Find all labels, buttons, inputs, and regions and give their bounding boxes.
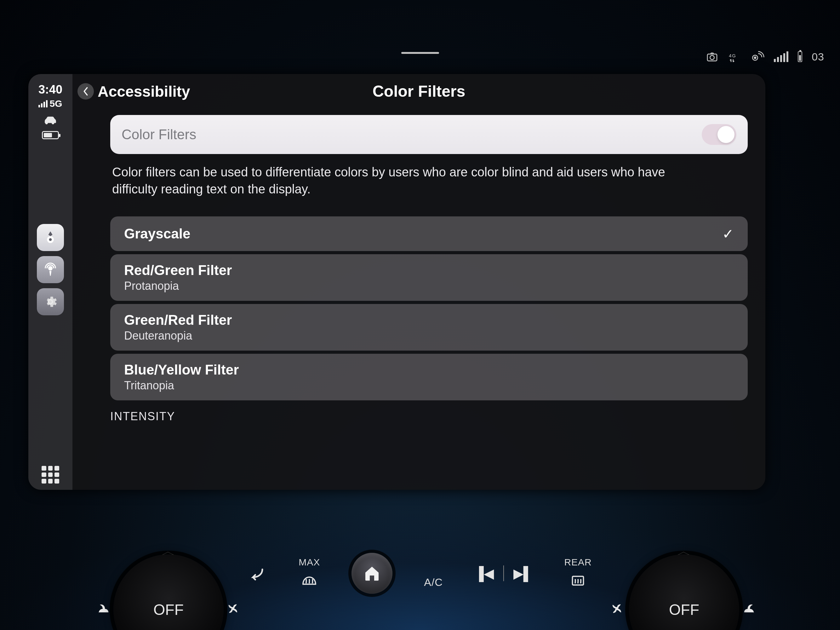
svg-point-6 (49, 238, 52, 241)
option-title: Grayscale (124, 226, 190, 242)
car-icon[interactable] (42, 114, 58, 127)
sidebar-network: 5G (38, 98, 62, 109)
phone-battery-icon (42, 131, 59, 139)
app-grid-button[interactable] (41, 466, 59, 483)
header: Accessibility Color Filters (73, 74, 765, 109)
sidebar-clock: 3:40 (38, 83, 62, 96)
app-settings[interactable] (37, 288, 64, 315)
screen: 4G 03 3:40 5G (0, 0, 840, 630)
svg-point-1 (710, 55, 714, 60)
pull-handle[interactable] (401, 52, 439, 54)
center-controls: MAX A/C ▐◀ ▶▌ REAR (248, 553, 592, 594)
option-blue-yellow[interactable]: Blue/Yellow Filter Tritanopia (110, 354, 748, 400)
4g-traffic-icon: 4G (728, 51, 741, 63)
option-title: Blue/Yellow Filter (124, 362, 239, 378)
section-intensity-label: INTENSITY (110, 410, 748, 423)
left-temp-dial[interactable]: ︿ OFF (114, 554, 224, 630)
vehicle-bottom-bar: ︿ OFF MAX A/C ▐◀ (0, 510, 840, 630)
app-maps[interactable] (37, 224, 64, 251)
ac-label: A/C (424, 576, 443, 589)
battery-icon (798, 51, 802, 62)
main-area: Accessibility Color Filters Color Filter… (73, 74, 765, 490)
fan-left-icon[interactable] (227, 602, 241, 617)
option-subtitle: Tritanopia (124, 379, 239, 392)
toggle-switch[interactable] (702, 124, 736, 145)
carplay-panel: 3:40 5G (28, 74, 765, 490)
seat-heat-right-icon[interactable] (743, 602, 757, 617)
switch-knob (717, 126, 734, 143)
left-dial-label: OFF (153, 601, 184, 618)
signal-icon (774, 51, 788, 62)
defrost-max-button[interactable]: MAX (298, 557, 320, 590)
back-label: Accessibility (98, 83, 190, 100)
color-filters-toggle-row[interactable]: Color Filters (110, 115, 748, 154)
vehicle-time: 03 (812, 51, 824, 63)
back-nav-button[interactable] (248, 564, 267, 583)
home-button[interactable] (352, 553, 392, 594)
checkmark-icon: ✓ (722, 226, 734, 242)
chevron-left-icon (77, 83, 94, 99)
rear-defrost-button[interactable]: REAR (564, 557, 592, 590)
option-title: Green/Red Filter (124, 312, 232, 328)
page-title: Color Filters (373, 82, 465, 101)
toggle-label: Color Filters (122, 126, 196, 142)
svg-text:4G: 4G (729, 53, 736, 58)
vehicle-status-bar: 4G 03 (706, 51, 824, 63)
fan-right-icon[interactable] (611, 602, 625, 617)
rear-label: REAR (564, 557, 592, 568)
option-red-green[interactable]: Red/Green Filter Protanopia (110, 254, 748, 301)
next-track-button[interactable]: ▶▌ (513, 566, 533, 581)
right-dial-label: OFF (669, 601, 699, 618)
content-scroll[interactable]: Color Filters Color filters can be used … (73, 109, 765, 490)
option-grayscale[interactable]: Grayscale ✓ (110, 216, 748, 251)
signal-bars-icon (38, 100, 47, 107)
app-podcasts[interactable] (37, 256, 64, 283)
ac-button[interactable]: A/C (424, 558, 443, 589)
back-button[interactable]: Accessibility (77, 83, 190, 100)
defrost-max-label: MAX (298, 557, 320, 568)
option-title: Red/Green Filter (124, 262, 232, 278)
option-green-red[interactable]: Green/Red Filter Deuteranopia (110, 304, 748, 351)
filter-option-list: Grayscale ✓ Red/Green Filter Protanopia … (110, 216, 748, 400)
camera-icon (706, 51, 718, 63)
svg-point-4 (754, 57, 756, 58)
separator (503, 565, 504, 581)
option-subtitle: Deuteranopia (124, 329, 232, 343)
svg-point-7 (49, 267, 52, 270)
seat-heat-left-icon[interactable] (96, 602, 110, 617)
right-temp-dial[interactable]: ︿ OFF (629, 554, 739, 630)
toggle-description: Color filters can be used to differentia… (112, 164, 711, 197)
prev-track-button[interactable]: ▐◀ (474, 566, 494, 581)
media-controls: ▐◀ ▶▌ (474, 565, 533, 581)
carplay-sidebar: 3:40 5G (28, 74, 73, 490)
gps-icon (750, 51, 764, 63)
network-label: 5G (49, 98, 62, 109)
option-subtitle: Protanopia (124, 279, 232, 293)
